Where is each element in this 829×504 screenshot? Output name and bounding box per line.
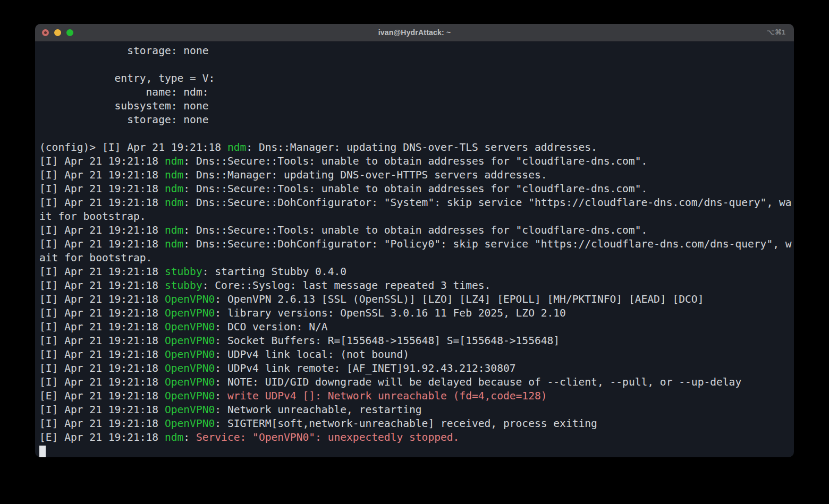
terminal-line bbox=[39, 127, 790, 141]
terminal-line: subsystem: none bbox=[39, 99, 790, 113]
terminal-line: [I] Apr 21 19:21:18 stubby: Core::Syslog… bbox=[39, 279, 790, 293]
terminal-line: [I] Apr 21 19:21:18 OpenVPN0: Socket Buf… bbox=[39, 334, 790, 348]
window-title: ivan@HydrAttack: ~ bbox=[35, 24, 794, 41]
terminal-line: [I] Apr 21 19:21:18 ndm: Dns::Secure::To… bbox=[39, 155, 790, 168]
terminal-line bbox=[39, 58, 790, 72]
terminal-line: [E] Apr 21 19:21:18 ndm: Service: "OpenV… bbox=[39, 431, 790, 445]
terminal-line: [E] Apr 21 19:21:18 OpenVPN0: write UDPv… bbox=[39, 389, 790, 403]
terminal-line: ait for bootstrap. bbox=[39, 251, 790, 265]
terminal-line: [I] Apr 21 19:21:18 stubby: starting Stu… bbox=[39, 265, 790, 279]
terminal-line: [I] Apr 21 19:21:18 OpenVPN0: NOTE: UID/… bbox=[39, 375, 790, 389]
terminal-output[interactable]: storage: none entry, type = V: name: ndm… bbox=[35, 41, 794, 457]
terminal-line bbox=[39, 445, 790, 457]
terminal-line: storage: none bbox=[39, 44, 790, 58]
terminal-line: [I] Apr 21 19:21:18 OpenVPN0: SIGTERM[so… bbox=[39, 417, 790, 431]
terminal-line: entry, type = V: bbox=[39, 72, 790, 86]
terminal-line: [I] Apr 21 19:21:18 ndm: Dns::Secure::Do… bbox=[39, 196, 790, 210]
terminal-line: [I] Apr 21 19:21:18 ndm: Dns::Secure::To… bbox=[39, 224, 790, 237]
terminal-line: [I] Apr 21 19:21:18 OpenVPN0: UDPv4 link… bbox=[39, 348, 790, 362]
terminal-window: ivan@HydrAttack: ~ ⌥⌘1 storage: none ent… bbox=[35, 24, 794, 457]
terminal-line: [I] Apr 21 19:21:18 OpenVPN0: OpenVPN 2.… bbox=[39, 293, 790, 306]
terminal-line: [I] Apr 21 19:21:18 OpenVPN0: UDPv4 link… bbox=[39, 362, 790, 375]
terminal-cursor bbox=[39, 446, 46, 457]
terminal-line: [I] Apr 21 19:21:18 OpenVPN0: library ve… bbox=[39, 306, 790, 320]
terminal-line: [I] Apr 21 19:21:18 ndm: Dns::Secure::Do… bbox=[39, 237, 790, 251]
terminal-line: [I] Apr 21 19:21:18 OpenVPN0: Network un… bbox=[39, 403, 790, 417]
terminal-line: storage: none bbox=[39, 113, 790, 127]
terminal-line: (config)> [I] Apr 21 19:21:18 ndm: Dns::… bbox=[39, 141, 790, 155]
terminal-line: name: ndm: bbox=[39, 86, 790, 99]
terminal-line: [I] Apr 21 19:21:18 ndm: Dns::Manager: u… bbox=[39, 168, 790, 182]
window-titlebar[interactable]: ivan@HydrAttack: ~ ⌥⌘1 bbox=[35, 24, 794, 41]
tab-shortcut-label: ⌥⌘1 bbox=[767, 24, 785, 41]
desktop-background: ivan@HydrAttack: ~ ⌥⌘1 storage: none ent… bbox=[0, 0, 829, 504]
terminal-line: [I] Apr 21 19:21:18 OpenVPN0: DCO versio… bbox=[39, 320, 790, 334]
terminal-line: it for bootstrap. bbox=[39, 210, 790, 224]
terminal-line: [I] Apr 21 19:21:18 ndm: Dns::Secure::To… bbox=[39, 182, 790, 196]
